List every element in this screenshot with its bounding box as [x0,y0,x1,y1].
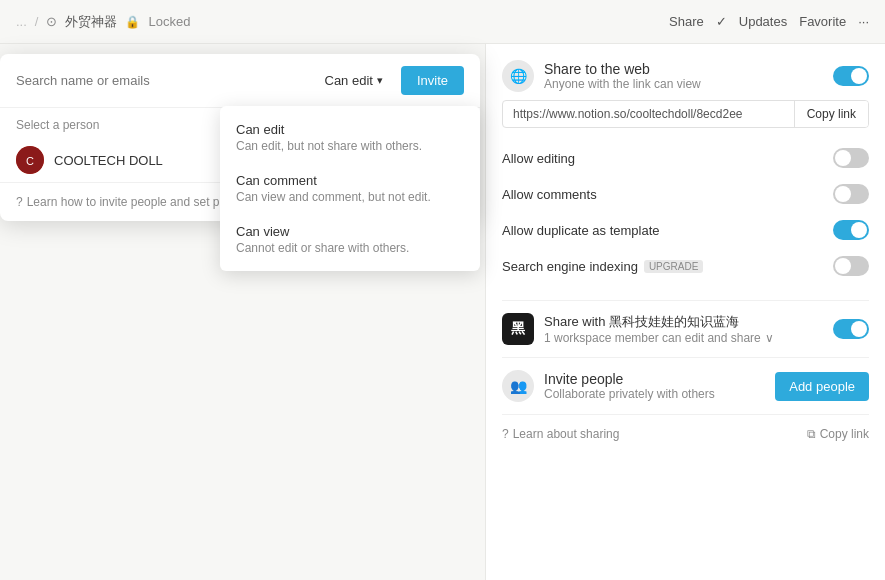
locked-label: Locked [148,14,190,29]
check-icon: ✓ [716,14,727,29]
breadcrumb-separator2: / [35,14,39,29]
invite-top: Can edit ▾ Invite [0,54,480,108]
perm-desc-edit: Can edit, but not share with others. [236,139,464,153]
share-web-sub: Anyone with the link can view [544,77,701,91]
share-web-info: 🌐 Share to the web Anyone with the link … [502,60,701,92]
share-web-text: Share to the web Anyone with the link ca… [544,61,701,91]
invite-text: Invite people Collaborate privately with… [544,371,715,401]
share-footer: ? Learn about sharing ⧉ Copy link [502,414,869,441]
allow-duplicate-toggle[interactable] [833,220,869,240]
invite-people-row: 👥 Invite people Collaborate privately wi… [502,357,869,414]
permission-label: Can edit [325,73,373,88]
permission-popup: Can edit Can edit, but not share with ot… [220,106,480,271]
link-url: https://www.notion.so/cooltechdoll/8ecd2… [503,101,794,127]
more-button[interactable]: ··· [858,14,869,29]
breadcrumb-area: ... / ⊙ 外贸神器 🔒 Locked [16,13,190,31]
allow-editing-toggle[interactable] [833,148,869,168]
upgrade-badge: UPGRADE [644,260,703,273]
invite-dialog: Can edit ▾ Invite Select a person C COOL… [0,54,480,221]
workspace-title: Share with 黑科技娃娃的知识蓝海 [544,313,774,331]
search-engine-row: Search engine indexing UPGRADE [502,248,869,284]
permission-dropdown[interactable]: Can edit ▾ [317,73,391,88]
breadcrumb-title: 外贸神器 [65,13,117,31]
invite-info: 👥 Invite people Collaborate privately wi… [502,370,715,402]
perm-item-view[interactable]: Can view Cannot edit or share with other… [220,214,480,265]
web-icon: 🌐 [502,60,534,92]
share-web-row: 🌐 Share to the web Anyone with the link … [502,60,869,92]
workspace-icon: 黑 [502,313,534,345]
share-button[interactable]: Share [669,14,704,29]
breadcrumb-separator: ... [16,14,27,29]
top-bar: ... / ⊙ 外贸神器 🔒 Locked Share ✓ Updates Fa… [0,0,885,44]
perm-title-edit: Can edit [236,122,464,137]
allow-editing-row: Allow editing [502,140,869,176]
chevron-down-icon[interactable]: ∨ [765,331,774,345]
allow-comments-label: Allow comments [502,187,597,202]
person-avatar: C [16,146,44,174]
invite-button[interactable]: Invite [401,66,464,95]
workspace-info: 黑 Share with 黑科技娃娃的知识蓝海 1 workspace memb… [502,313,774,345]
copy-icon: ⧉ [807,427,816,441]
globe-icon: ⊙ [46,14,57,29]
perm-desc-view: Cannot edit or share with others. [236,241,464,255]
top-bar-actions: Share ✓ Updates Favorite ··· [669,14,869,29]
allow-editing-label: Allow editing [502,151,575,166]
add-people-button[interactable]: Add people [775,372,869,401]
learn-link[interactable]: ? Learn about sharing [502,427,619,441]
share-web-toggle[interactable] [833,66,869,86]
svg-text:C: C [26,155,34,167]
question-icon: ? [502,427,509,441]
perm-item-edit[interactable]: Can edit Can edit, but not share with ot… [220,112,480,163]
copy-link-button[interactable]: Copy link [794,101,868,127]
share-web-section: 🌐 Share to the web Anyone with the link … [502,60,869,284]
search-input[interactable] [16,73,307,88]
favorite-button[interactable]: Favorite [799,14,846,29]
allow-comments-row: Allow comments [502,176,869,212]
invite-icon: 👥 [502,370,534,402]
perm-item-comment[interactable]: Can comment Can view and comment, but no… [220,163,480,214]
question-icon-footer: ? [16,195,23,209]
link-box: https://www.notion.so/cooltechdoll/8ecd2… [502,100,869,128]
share-panel: 🌐 Share to the web Anyone with the link … [485,44,885,580]
workspace-sub: 1 workspace member can edit and share ∨ [544,331,774,345]
search-engine-label: Search engine indexing UPGRADE [502,259,703,274]
lock-icon: 🔒 [125,15,140,29]
updates-button[interactable]: Updates [739,14,787,29]
workspace-row: 黑 Share with 黑科技娃娃的知识蓝海 1 workspace memb… [502,300,869,357]
perm-title-view: Can view [236,224,464,239]
invite-sub: Collaborate privately with others [544,387,715,401]
share-web-title: Share to the web [544,61,701,77]
allow-duplicate-label: Allow duplicate as template [502,223,660,238]
search-engine-toggle[interactable] [833,256,869,276]
invite-title: Invite people [544,371,715,387]
chevron-down-icon: ▾ [377,74,383,87]
perm-title-comment: Can comment [236,173,464,188]
allow-comments-toggle[interactable] [833,184,869,204]
person-name: COOLTECH DOLL [54,153,163,168]
workspace-text: Share with 黑科技娃娃的知识蓝海 1 workspace member… [544,313,774,345]
allow-duplicate-row: Allow duplicate as template [502,212,869,248]
copy-link-footer[interactable]: ⧉ Copy link [807,427,869,441]
workspace-toggle[interactable] [833,319,869,339]
perm-desc-comment: Can view and comment, but not edit. [236,190,464,204]
